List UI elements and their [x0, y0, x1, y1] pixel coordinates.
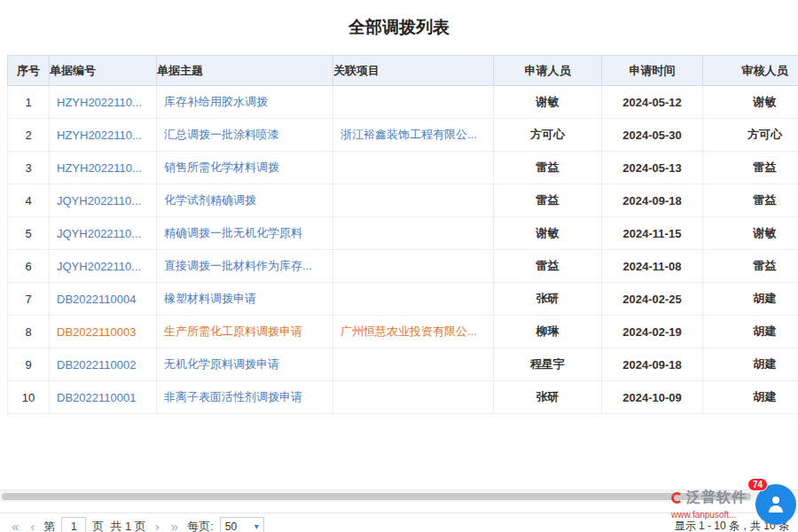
cell-doc_no: DB2022110003 [50, 316, 157, 348]
per-page-select[interactable]: 50 ▾ [220, 517, 264, 532]
column-header-auditor: 审核人员 [703, 56, 798, 86]
cell-applicant: 雷益 [494, 184, 602, 217]
cell-doc_no: DB2022110002 [50, 348, 157, 381]
cell-subject: 直接调拨一批材料作为库存... [157, 250, 333, 283]
cell-project [333, 250, 494, 283]
subject-link[interactable]: 无机化学原料调拨申请 [164, 357, 279, 371]
cell-auditor: 雷益 [703, 152, 798, 184]
table-container: 序号单据编号单据主题关联项目申请人员申请时间审核人员 1HZYH2022110.… [7, 55, 798, 427]
cell-auditor: 方可心 [703, 119, 798, 152]
cell-apply_date: 2024-09-18 [602, 348, 703, 381]
doc-no-link[interactable]: DB2022110001 [57, 391, 136, 404]
cell-project: 浙江裕鑫装饰工程有限公... [333, 119, 494, 152]
watermark-brand: 泛普软件 [686, 489, 747, 507]
doc-no-link[interactable]: HZYH2022110... [57, 96, 142, 109]
column-header-project: 关联项目 [333, 56, 494, 86]
subject-link[interactable]: 非离子表面活性剂调拨申请 [164, 390, 302, 403]
cell-subject: 化学试剂精确调拨 [157, 184, 333, 217]
cell-project: 广州恒慧农业投资有限公... [333, 316, 494, 348]
column-header-doc_no: 单据编号 [50, 56, 157, 86]
transfer-list-page: 全部调拨列表 序号单据编号单据主题关联项目申请人员申请时间审核人员 1HZYH2… [0, 0, 798, 532]
doc-no-link[interactable]: JQYH2022110... [57, 227, 141, 240]
cell-auditor: 胡建 [703, 381, 798, 414]
cell-no: 3 [8, 152, 50, 184]
table-row: 4JQYH2022110...化学试剂精确调拨雷益2024-09-18雷益 [8, 184, 798, 217]
subject-link[interactable]: 直接调拨一批材料作为库存... [164, 259, 312, 272]
cell-applicant: 谢敏 [494, 86, 602, 119]
cell-doc_no: JQYH2022110... [50, 184, 157, 217]
horizontal-scrollbar-thumb[interactable] [2, 493, 751, 500]
chevron-down-icon: ▾ [254, 521, 259, 531]
subject-link[interactable]: 生产所需化工原料调拨申请 [164, 325, 302, 338]
page-title: 全部调拨列表 [0, 0, 798, 55]
table-header-row: 序号单据编号单据主题关联项目申请人员申请时间审核人员 [8, 56, 798, 86]
prev-page-button[interactable]: ‹ [27, 519, 37, 532]
doc-no-link[interactable]: JQYH2022110... [57, 260, 141, 273]
cell-doc_no: DB2022110004 [50, 283, 157, 316]
project-link[interactable]: 广州恒慧农业投资有限公... [340, 325, 477, 338]
cell-no: 2 [8, 119, 50, 152]
per-page-label: 每页: [187, 519, 214, 532]
fanpu-logo-icon [671, 492, 683, 504]
cell-no: 10 [8, 381, 50, 414]
subject-link[interactable]: 化学试剂精确调拨 [164, 193, 256, 207]
cell-project [333, 283, 494, 316]
cell-auditor: 胡建 [703, 316, 798, 348]
table-row: 10DB2022110001非离子表面活性剂调拨申请张研2024-10-09胡建 [8, 381, 798, 414]
doc-no-link[interactable]: HZYH2022110... [57, 129, 142, 142]
column-header-applicant: 申请人员 [494, 56, 602, 86]
subject-link[interactable]: 橡塑材料调拨申请 [164, 292, 256, 305]
subject-link[interactable]: 精确调拨一批无机化学原料 [164, 226, 302, 239]
doc-no-link[interactable]: HZYH2022110... [57, 161, 142, 175]
page-number-input[interactable] [61, 517, 86, 532]
cell-doc_no: DB2022110001 [50, 381, 157, 414]
cell-auditor: 谢敏 [703, 217, 798, 250]
subject-link[interactable]: 汇总调拨一批涂料喷漆 [164, 128, 279, 141]
cell-applicant: 张研 [494, 381, 602, 414]
column-header-subject: 单据主题 [157, 56, 333, 86]
subject-link[interactable]: 销售所需化学材料调拨 [164, 160, 279, 174]
cell-project [333, 86, 494, 119]
doc-no-link[interactable]: JQYH2022110... [57, 194, 141, 207]
doc-no-link[interactable]: DB2022110003 [57, 325, 136, 339]
next-page-button[interactable]: › [153, 519, 162, 532]
cell-no: 7 [8, 283, 50, 316]
cell-subject: 汇总调拨一批涂料喷漆 [157, 119, 333, 152]
total-pages-label: 共 1 页 [110, 519, 145, 532]
doc-no-link[interactable]: DB2022110002 [57, 358, 136, 372]
last-page-button[interactable]: » [168, 519, 181, 532]
first-page-button[interactable]: « [9, 519, 21, 532]
table-row: 8DB2022110003生产所需化工原料调拨申请广州恒慧农业投资有限公...柳… [8, 316, 798, 348]
cell-no: 8 [8, 316, 50, 348]
project-link[interactable]: 浙江裕鑫装饰工程有限公... [340, 128, 477, 141]
cell-project [333, 152, 494, 184]
cell-no: 6 [8, 250, 50, 283]
cell-auditor: 谢敏 [703, 86, 798, 119]
cell-doc_no: HZYH2022110... [50, 152, 157, 184]
watermark: 泛普软件 www.fanpusoft... [671, 489, 747, 520]
cell-project [333, 217, 494, 250]
doc-no-link[interactable]: DB2022110004 [57, 293, 136, 306]
subject-link[interactable]: 库存补给用胶水调拨 [164, 95, 268, 108]
cell-subject: 精确调拨一批无机化学原料 [157, 217, 333, 250]
watermark-url: www.fanpusoft... [671, 510, 747, 520]
cell-doc_no: JQYH2022110... [50, 217, 157, 250]
page-suffix-label: 页 [92, 519, 104, 532]
cell-apply_date: 2024-05-12 [602, 86, 703, 119]
table-row: 5JQYH2022110...精确调拨一批无机化学原料谢敏2024-11-15谢… [8, 217, 798, 250]
cell-no: 5 [8, 217, 50, 250]
cell-project [333, 381, 494, 414]
table-row: 6JQYH2022110...直接调拨一批材料作为库存...雷益2024-11-… [8, 250, 798, 283]
table-header: 序号单据编号单据主题关联项目申请人员申请时间审核人员 [8, 56, 798, 86]
cell-applicant: 谢敏 [494, 217, 602, 250]
table-body: 1HZYH2022110...库存补给用胶水调拨谢敏2024-05-12谢敏2H… [8, 86, 798, 414]
table-row: 2HZYH2022110...汇总调拨一批涂料喷漆浙江裕鑫装饰工程有限公...方… [8, 119, 798, 152]
cell-apply_date: 2024-02-25 [602, 283, 703, 316]
cell-applicant: 程星宇 [494, 348, 602, 381]
cell-subject: 无机化学原料调拨申请 [157, 348, 333, 381]
cell-subject: 生产所需化工原料调拨申请 [157, 316, 333, 348]
cell-applicant: 张研 [494, 283, 602, 316]
cell-auditor: 雷益 [703, 250, 798, 283]
cell-subject: 库存补给用胶水调拨 [157, 86, 333, 119]
cell-apply_date: 2024-10-09 [602, 381, 703, 414]
